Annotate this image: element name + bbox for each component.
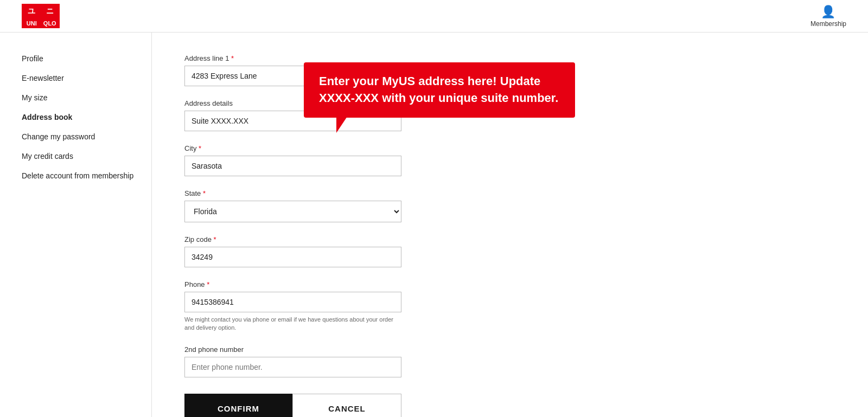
sidebar-item-deleteaccount[interactable]: Delete account from membership <box>22 166 141 185</box>
content-area: Enter your MyUS address here! Update XXX… <box>152 33 868 417</box>
main-container: Profile E-newsletter My size Address boo… <box>0 33 868 417</box>
city-group: City * <box>184 144 401 176</box>
phone2-input[interactable] <box>184 357 401 377</box>
required-star-state: * <box>203 189 206 197</box>
zip-input[interactable] <box>184 247 401 267</box>
phone-label: Phone * <box>184 280 401 288</box>
form-buttons: CONFIRM CANCEL <box>184 394 401 417</box>
city-input[interactable] <box>184 156 401 176</box>
zip-label: Zip code * <box>184 235 401 243</box>
required-star-zip: * <box>214 235 216 243</box>
sidebar-item-enewsletter[interactable]: E-newsletter <box>22 68 141 88</box>
state-group: State * AlabamaAlaskaArizona ArkansasCal… <box>184 189 401 222</box>
sidebar-item-changepassword[interactable]: Change my password <box>22 127 141 146</box>
zip-group: Zip code * <box>184 235 401 267</box>
phone2-group: 2nd phone number <box>184 345 401 377</box>
required-star-city: * <box>199 144 201 152</box>
uniqlo-logo: ユ ニ UNI QLO <box>22 4 60 28</box>
logo: ユ ニ UNI QLO <box>22 4 60 28</box>
logo-cell-2: ニ <box>41 5 59 17</box>
membership-button[interactable]: 👤 Membership <box>810 5 846 28</box>
sidebar-item-profile[interactable]: Profile <box>22 49 141 68</box>
address-line1-label: Address line 1 * <box>184 54 401 62</box>
city-label: City * <box>184 144 401 152</box>
sidebar-item-mysize[interactable]: My size <box>22 88 141 107</box>
header: ユ ニ UNI QLO 👤 Membership <box>0 0 868 33</box>
sidebar-item-addressbook[interactable]: Address book <box>22 107 141 127</box>
person-icon: 👤 <box>821 5 835 19</box>
state-label: State * <box>184 189 401 197</box>
required-star: * <box>231 54 234 62</box>
logo-cell-1: ユ <box>23 5 41 17</box>
phone2-label: 2nd phone number <box>184 345 401 354</box>
phone-group: Phone * We might contact you via phone o… <box>184 280 401 332</box>
callout-text: Enter your MyUS address here! Update XXX… <box>319 74 558 105</box>
state-select[interactable]: AlabamaAlaskaArizona ArkansasCaliforniaC… <box>184 201 401 222</box>
cancel-button[interactable]: CANCEL <box>292 394 401 417</box>
logo-cell-3: UNI <box>23 17 41 29</box>
sidebar-item-mycreditcards[interactable]: My credit cards <box>22 146 141 166</box>
membership-label: Membership <box>810 20 846 28</box>
sidebar: Profile E-newsletter My size Address boo… <box>0 33 152 417</box>
phone-hint: We might contact you via phone or email … <box>184 316 401 332</box>
myus-callout: Enter your MyUS address here! Update XXX… <box>304 62 575 118</box>
required-star-phone: * <box>207 280 209 288</box>
confirm-button[interactable]: CONFIRM <box>184 394 292 417</box>
logo-cell-4: QLO <box>41 17 59 29</box>
phone-input[interactable] <box>184 292 401 312</box>
